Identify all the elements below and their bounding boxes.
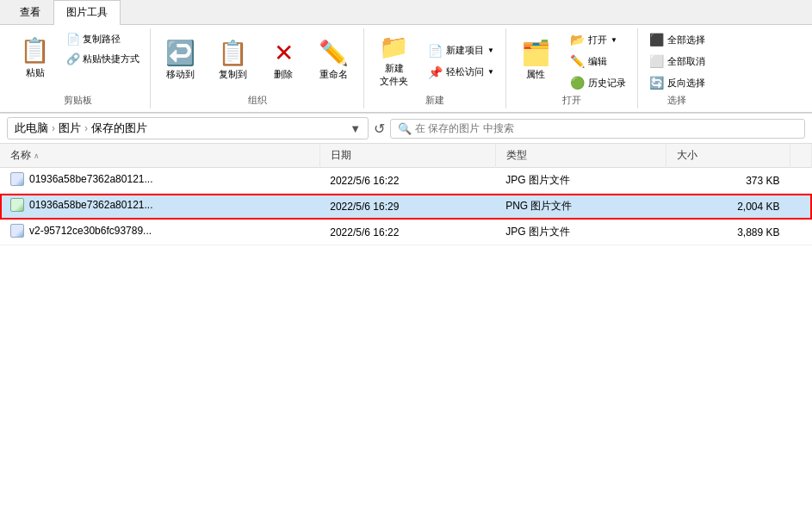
table-header-row: 名称 ∧ 日期 类型 大小 (0, 144, 812, 168)
invert-select-button[interactable]: 🔄 反向选择 (643, 73, 711, 92)
table-row[interactable]: v2-95712ce30b6fc93789... 2022/5/6 16:22 … (0, 220, 812, 245)
properties-button[interactable]: 🗂️ 属性 (511, 37, 561, 85)
organize-group: ↩️ 移动到 📋 复制到 ✕ 删除 ✏️ 重命名 (151, 28, 364, 108)
refresh-button[interactable]: ↺ (374, 121, 385, 137)
clipboard-group-label: 剪贴板 (10, 92, 145, 108)
select-group: ⬛ 全部选择 ⬜ 全部取消 🔄 反向选择 选择 (638, 28, 716, 108)
file-extra-cell (790, 220, 812, 245)
path-part-saved[interactable]: 保存的图片 (91, 121, 147, 136)
select-none-button[interactable]: ⬜ 全部取消 (643, 52, 711, 71)
file-table: 名称 ∧ 日期 类型 大小 01936a58be7362a80121... 20… (0, 144, 812, 245)
address-path[interactable]: 此电脑 › 图片 › 保存的图片 ▼ (7, 117, 369, 139)
file-name-cell[interactable]: v2-95712ce30b6fc93789... (0, 220, 319, 245)
file-name: 01936a58be7362a80121... (29, 199, 152, 211)
organize-group-label: 组织 (156, 92, 358, 107)
file-date-cell: 2022/5/6 16:29 (319, 194, 495, 220)
path-part-pictures[interactable]: 图片 (59, 121, 81, 136)
search-input[interactable] (415, 122, 797, 134)
col-header-size[interactable]: 大小 (666, 144, 790, 168)
col-header-date[interactable]: 日期 (319, 144, 495, 168)
table-row[interactable]: 01936a58be7362a80121... 2022/5/6 16:22 J… (0, 168, 812, 194)
path-sep-1: › (52, 122, 55, 134)
paste-shortcut-button[interactable]: 🔗 粘贴快捷方式 (61, 50, 145, 68)
open-group-label: 打开 (511, 92, 632, 107)
address-dropdown-arrow[interactable]: ▼ (350, 122, 361, 135)
new-folder-button[interactable]: 📁 新建 文件夹 (369, 31, 418, 92)
edit-button[interactable]: ✏️ 编辑 (564, 52, 632, 71)
file-size-cell: 2,004 KB (666, 194, 790, 220)
file-area: 名称 ∧ 日期 类型 大小 01936a58be7362a80121... 20… (0, 144, 812, 520)
file-extra-cell (790, 194, 812, 220)
paste-shortcut-label: 粘贴快捷方式 (83, 53, 139, 65)
col-header-extra (790, 144, 812, 168)
move-to-button[interactable]: ↩️ 移动到 (156, 37, 205, 85)
clipboard-small-btns: 📄 复制路径 🔗 粘贴快捷方式 (61, 30, 145, 92)
paste-label: 粘贴 (26, 66, 45, 79)
file-date-cell: 2022/5/6 16:22 (319, 168, 495, 194)
tab-image-tools[interactable]: 图片工具 (53, 0, 121, 25)
open-group: 🗂️ 属性 📂 打开 ▼ ✏️ 编辑 (506, 28, 638, 108)
file-extra-cell (790, 168, 812, 194)
png-icon (10, 198, 24, 212)
clipboard-group: 📋 粘贴 📄 复制路径 🔗 粘贴快捷方式 剪贴板 (5, 28, 151, 108)
search-icon: 🔍 (398, 122, 412, 135)
new-group: 📁 新建 文件夹 📄 新建项目 ▼ 📌 轻松访问 ▼ (364, 28, 506, 108)
col-header-name[interactable]: 名称 ∧ (0, 144, 319, 168)
file-name-cell[interactable]: 01936a58be7362a80121... (0, 168, 319, 194)
file-name: 01936a58be7362a80121... (29, 173, 152, 185)
delete-button[interactable]: ✕ 删除 (261, 37, 306, 85)
file-date-cell: 2022/5/6 16:22 (319, 220, 495, 245)
easy-access-button[interactable]: 📌 轻松访问 ▼ (422, 63, 500, 82)
file-size-cell: 373 KB (666, 168, 790, 194)
select-all-button[interactable]: ⬛ 全部选择 (643, 30, 711, 49)
col-header-type[interactable]: 类型 (495, 144, 666, 168)
rename-button[interactable]: ✏️ 重命名 (309, 37, 358, 85)
file-type-cell: PNG 图片文件 (495, 194, 666, 220)
copy-to-button[interactable]: 📋 复制到 (208, 37, 257, 85)
file-size-cell: 3,889 KB (666, 220, 790, 245)
jpg-icon (10, 172, 24, 186)
open-button[interactable]: 📂 打开 ▼ (564, 30, 632, 49)
copy-path-label: 复制路径 (83, 33, 121, 46)
paste-button[interactable]: 📋 粘贴 (10, 30, 59, 92)
file-name: v2-95712ce30b6fc93789... (29, 225, 152, 237)
file-type-cell: JPG 图片文件 (495, 168, 666, 194)
path-part-computer[interactable]: 此电脑 (15, 121, 48, 136)
copy-path-button[interactable]: 📄 复制路径 (61, 30, 145, 48)
table-row[interactable]: 01936a58be7362a80121... 2022/5/6 16:29 P… (0, 194, 812, 220)
path-sep-2: › (84, 122, 88, 134)
file-name-cell[interactable]: 01936a58be7362a80121... (0, 194, 319, 220)
tab-view[interactable]: 查看 (7, 0, 53, 24)
jpg-icon (10, 224, 24, 238)
address-bar: 此电脑 › 图片 › 保存的图片 ▼ ↺ 🔍 (0, 114, 812, 144)
select-group-label: 选择 (643, 92, 711, 107)
file-type-cell: JPG 图片文件 (495, 220, 666, 245)
new-group-label: 新建 (369, 92, 500, 107)
sort-arrow-name: ∧ (34, 152, 40, 160)
search-box[interactable]: 🔍 (390, 119, 805, 139)
new-item-button[interactable]: 📄 新建项目 ▼ (422, 41, 500, 60)
history-button[interactable]: 🟢 历史记录 (564, 73, 632, 92)
